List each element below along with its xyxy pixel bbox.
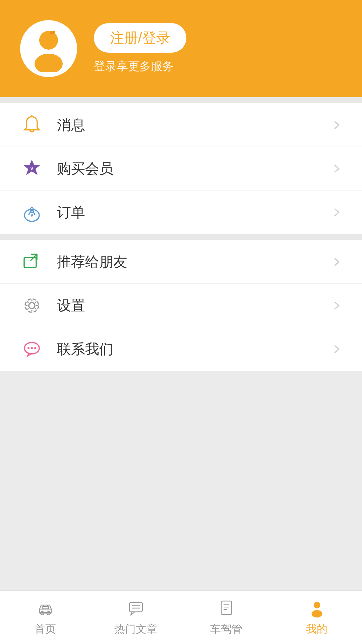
mine-nav-label: 我的	[306, 622, 327, 637]
contact-label: 联系我们	[57, 340, 332, 359]
membership-chevron	[332, 164, 342, 174]
menu-item-messages[interactable]: 消息	[0, 103, 362, 147]
svg-point-16	[34, 347, 36, 349]
orders-chevron	[332, 207, 342, 217]
articles-nav-label: 热门文章	[114, 622, 157, 637]
svg-rect-21	[129, 602, 142, 612]
login-subtitle: 登录享更多服务	[94, 59, 186, 74]
grey-filler	[0, 371, 362, 590]
nav-item-home[interactable]: 首页	[0, 591, 90, 644]
svg-rect-24	[221, 601, 232, 614]
nav-item-mine[interactable]: 我的	[272, 591, 362, 644]
svg-text:¥: ¥	[31, 213, 33, 218]
menu-item-membership[interactable]: V 购买会员	[0, 147, 362, 191]
nav-item-articles[interactable]: 热门文章	[90, 591, 181, 644]
car-icon	[35, 598, 55, 619]
orders-label: 订单	[57, 203, 332, 222]
nav-item-driving[interactable]: 车驾管	[181, 591, 272, 644]
bottom-nav: 首页 热门文章 车驾管	[0, 590, 362, 644]
section-divider-top	[0, 97, 362, 103]
messages-chevron	[332, 120, 342, 130]
bell-icon	[20, 113, 44, 137]
contact-chevron	[332, 344, 342, 354]
chat-icon	[20, 337, 44, 361]
share-icon	[20, 250, 44, 274]
menu-section-2: 推荐给朋友 设置	[0, 240, 362, 371]
svg-rect-9	[24, 258, 36, 268]
settings-label: 设置	[57, 296, 332, 315]
svg-point-29	[311, 610, 322, 618]
svg-rect-20	[42, 606, 49, 609]
driving-nav-label: 车驾管	[210, 622, 242, 637]
menu-item-settings[interactable]: 设置	[0, 284, 362, 327]
membership-label: 购买会员	[57, 159, 332, 178]
doc-icon	[216, 598, 236, 619]
settings-chevron	[332, 301, 342, 311]
svg-point-14	[27, 347, 29, 349]
register-login-button[interactable]: 注册/登录	[94, 23, 186, 53]
header-info: 注册/登录 登录享更多服务	[94, 23, 186, 74]
bag-icon: ¥	[20, 201, 44, 224]
svg-point-15	[31, 347, 33, 349]
svg-point-11	[29, 303, 35, 309]
messages-label: 消息	[57, 116, 332, 135]
avatar	[20, 20, 77, 77]
person-nav-icon	[307, 598, 327, 619]
recommend-chevron	[332, 257, 342, 267]
svg-text:V: V	[30, 166, 34, 171]
menu-section-1: 消息 V 购买会员	[0, 103, 362, 234]
menu-item-contact[interactable]: 联系我们	[0, 327, 362, 371]
section-divider-middle	[0, 234, 362, 240]
svg-point-28	[313, 602, 320, 608]
vip-icon: V	[20, 157, 44, 180]
menu-item-orders[interactable]: ¥ 订单	[0, 191, 362, 234]
gear-icon	[20, 294, 44, 317]
svg-point-0	[39, 31, 58, 50]
comment-nav-icon	[126, 598, 146, 619]
home-nav-label: 首页	[35, 622, 56, 637]
header: 注册/登录 登录享更多服务	[0, 0, 362, 97]
svg-point-2	[35, 54, 63, 72]
menu-item-recommend[interactable]: 推荐给朋友	[0, 240, 362, 284]
recommend-label: 推荐给朋友	[57, 253, 332, 271]
